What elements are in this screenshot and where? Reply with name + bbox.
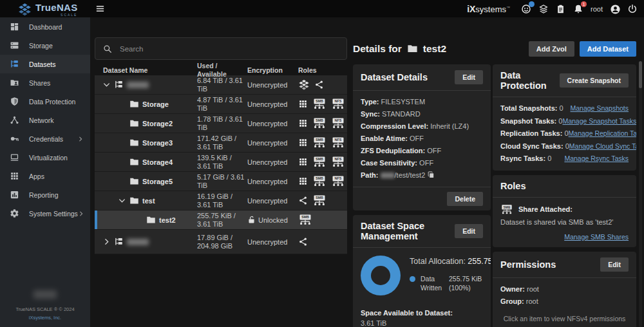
apps-role-icon	[298, 137, 308, 148]
roles-cell	[298, 236, 347, 247]
delete-dataset-button[interactable]: Delete	[447, 192, 483, 206]
sidebar-item-network[interactable]: Network	[0, 111, 90, 129]
table-row-Storage[interactable]: Storage4.87 TiB / 3.61 TiBUnencryptedSMB…	[95, 95, 347, 114]
jobs-icon[interactable]	[556, 4, 566, 14]
datasets-icon	[10, 59, 19, 69]
sidebar-item-label: Network	[29, 117, 54, 124]
folder-icon	[129, 176, 139, 186]
copy-path-icon[interactable]	[428, 171, 435, 178]
virtualization-icon	[10, 153, 19, 162]
dataset-table: Dataset Name Used / Available Encryption…	[95, 64, 347, 254]
space-available-label: Space Available to Dataset:	[361, 309, 483, 317]
sidebar-item-data-protection[interactable]: Data Protection	[0, 92, 90, 111]
space-management-edit-button[interactable]: Edit	[455, 224, 483, 238]
space-management-title: Dataset Space Management	[361, 221, 455, 241]
manage-link-manage-replication-tasks[interactable]: Manage Replication Tasks	[569, 127, 636, 140]
search-input[interactable]	[120, 45, 326, 53]
footer-company-link[interactable]: iXsystems, Inc.	[0, 315, 90, 321]
permissions-hint: Click an item to view NFSv4 permissions	[493, 309, 636, 324]
dataset-name-cell: test2	[95, 215, 197, 225]
sidebar-item-label: Dashboard	[29, 23, 62, 31]
menu-toggle-icon[interactable]	[95, 4, 105, 14]
manage-link-manage-snapshot-tasks[interactable]: Manage Snapshot Tasks	[562, 115, 636, 128]
encryption-cell: Unencrypted	[247, 139, 298, 147]
manage-smb-shares-link[interactable]: Manage SMB Shares	[564, 233, 629, 241]
data-protection-row: Total Snapshots: 0Manage Snapshots	[500, 102, 629, 115]
vertical-scrollbar[interactable]	[639, 61, 642, 327]
table-row-test2[interactable]: test2255.75 KiB / 3.61 TiBUnlockedSMB	[95, 210, 347, 230]
table-row[interactable]: 6.84 TiB / 3.61 TiBUnencrypted	[95, 75, 347, 95]
used-available-cell: 6.84 TiB / 3.61 TiB	[197, 77, 247, 93]
svg-text:SMB: SMB	[316, 176, 323, 180]
used-available-cell: 17.89 GiB / 204.98 GiB	[197, 234, 247, 250]
sidebar-item-shares[interactable]: Shares	[0, 73, 90, 92]
data-protection-row: Snapshot Tasks: 0Manage Snapshot Tasks	[500, 115, 629, 128]
user-account-icon[interactable]	[610, 4, 620, 14]
table-row-Storage2[interactable]: Storage21.78 TiB / 3.61 TiBUnencryptedSM…	[95, 114, 347, 133]
dataset-details-edit-button[interactable]: Edit	[455, 70, 483, 84]
encryption-cell: Unencrypted	[247, 178, 298, 185]
scrollbar-thumb[interactable]	[639, 61, 642, 88]
manage-link-manage-rsync-tasks[interactable]: Manage Rsync Tasks	[564, 153, 629, 165]
svg-text:SMB: SMB	[316, 99, 323, 103]
chevron-right-icon	[78, 210, 84, 217]
encryption-cell: Unencrypted	[247, 81, 298, 89]
username-label: root	[591, 5, 603, 13]
encryption-cell: Unencrypted	[247, 197, 298, 205]
alerts-bell-icon[interactable]: 1	[573, 4, 583, 14]
add-dataset-button[interactable]: Add Dataset	[580, 41, 636, 57]
data-protection-row: Replication Tasks: 0Manage Replication T…	[500, 127, 629, 140]
brand-sub: SCALE	[35, 13, 77, 17]
sidebar-item-reporting[interactable]: Reporting	[0, 185, 90, 204]
expand-down-icon[interactable]	[118, 196, 126, 205]
topbar-actions: iXsystems™ 1 root	[467, 0, 638, 17]
truenas-logo[interactable]: TrueNAS SCALE	[18, 2, 77, 17]
detail-field: Sync: STANDARD	[361, 108, 483, 120]
reporting-icon	[10, 190, 19, 200]
table-row-Storage5[interactable]: Storage55.17 GiB / 3.61 TiBUnencryptedSM…	[95, 172, 347, 191]
share-role-icon	[298, 195, 308, 206]
table-row-Storage3[interactable]: Storage3171.42 GiB / 3.61 TiBUnencrypted…	[95, 133, 347, 153]
sidebar-item-label: Virtualization	[29, 154, 68, 162]
encryption-label: Unencrypted	[247, 238, 287, 246]
sidebar-item-datasets[interactable]: Datasets	[0, 55, 90, 73]
dp-label: Total Snapshots: 0	[500, 102, 564, 115]
directory-services-icon[interactable]	[538, 4, 549, 14]
sidebar-item-dashboard[interactable]: Dashboard	[0, 17, 90, 36]
chevron-right-icon	[77, 136, 84, 142]
sidebar-item-virtualization[interactable]: Virtualization	[0, 148, 90, 167]
encryption-cell: Unencrypted	[247, 238, 298, 246]
table-row[interactable]: 17.89 GiB / 204.98 GiBUnencrypted	[95, 230, 347, 254]
footer-logo-blurred	[33, 290, 57, 299]
add-zvol-button[interactable]: Add Zvol	[529, 41, 574, 57]
svg-text:NFS: NFS	[335, 176, 342, 180]
nfs-share-role-icon: NFS	[331, 118, 345, 129]
expand-down-icon[interactable]	[102, 80, 111, 89]
svg-text:NFS: NFS	[335, 138, 342, 142]
expand-right-icon[interactable]	[102, 238, 111, 246]
sidebar-item-storage[interactable]: Storage	[0, 36, 90, 55]
power-icon[interactable]	[627, 4, 638, 14]
truecommand-icon[interactable]	[521, 4, 531, 14]
top-bar: TrueNAS SCALE iXsystems™ 1 root	[0, 0, 644, 17]
permissions-edit-button[interactable]: Edit	[600, 257, 629, 272]
search-icon	[103, 44, 112, 53]
dataset-details-title: Dataset Details	[361, 72, 428, 82]
table-row-test[interactable]: test16.19 GiB / 3.61 TiBUnencryptedSMB	[95, 191, 347, 210]
detail-field: Type: FILESYSTEM	[361, 96, 483, 108]
svg-text:NFS: NFS	[335, 157, 342, 161]
sidebar-item-credentials[interactable]: Credentials	[0, 129, 90, 148]
main-content: Details for test2 Add Zvol Add Dataset D…	[90, 17, 644, 327]
create-snapshot-button[interactable]: Create Snapshot	[560, 73, 629, 88]
manage-link-manage-cloud-sync-tasks[interactable]: Manage Cloud Sync Tasks	[569, 140, 636, 153]
roles-cell: SMB	[298, 195, 347, 206]
data-protection-row: Rsync Tasks: 0Manage Rsync Tasks	[500, 153, 629, 165]
dataset-name-cell: Storage3	[95, 138, 197, 147]
manage-link-manage-snapshots[interactable]: Manage Snapshots	[571, 102, 629, 115]
apps-icon	[10, 171, 19, 181]
data-protection-card: Data Protection Create Snapshot Total Sn…	[493, 64, 636, 171]
sidebar-item-system-settings[interactable]: System Settings	[0, 204, 90, 223]
nfs-share-role-icon: NFS	[331, 176, 345, 187]
table-row-Storage4[interactable]: Storage4139.5 KiB / 3.61 TiBUnencryptedS…	[95, 153, 347, 172]
sidebar-item-apps[interactable]: Apps	[0, 167, 90, 185]
